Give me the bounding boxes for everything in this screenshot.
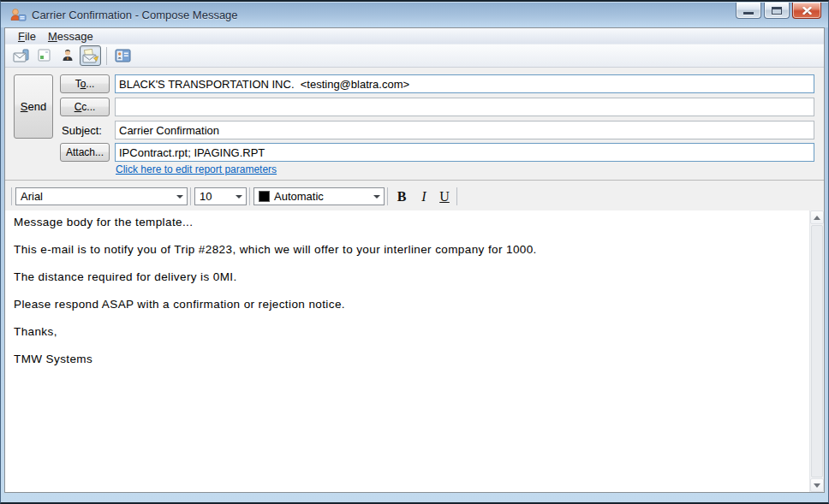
to-field[interactable]: [115, 74, 814, 93]
format-toolbar: Arial 10 Automatic B I U: [5, 180, 824, 210]
format-separator: [249, 187, 250, 205]
minimize-icon: [743, 12, 754, 15]
send-button[interactable]: Send: [14, 74, 53, 139]
compose-window: Carrier Confirmation - Compose Message F…: [0, 0, 829, 504]
title-bar: Carrier Confirmation - Compose Message: [1, 2, 828, 27]
format-separator: [387, 187, 388, 205]
maximize-button[interactable]: [764, 3, 790, 19]
chevron-down-icon: [369, 188, 384, 205]
menu-bar: File Message: [5, 28, 824, 44]
underline-button[interactable]: U: [434, 187, 455, 206]
mail-icon[interactable]: [10, 45, 32, 66]
body-line: Thanks,: [14, 325, 804, 339]
scroll-down-button[interactable]: [810, 478, 824, 492]
font-size-select[interactable]: 10: [194, 187, 247, 205]
italic-button[interactable]: I: [414, 187, 434, 206]
attach-button[interactable]: Attach...: [60, 143, 110, 162]
vertical-scrollbar[interactable]: [809, 210, 824, 492]
close-button[interactable]: [792, 3, 821, 19]
close-icon: [802, 7, 812, 15]
stationery-icon[interactable]: [33, 45, 55, 66]
contact-icon[interactable]: [57, 45, 78, 66]
font-family-select[interactable]: Arial: [15, 187, 188, 205]
window-controls: [736, 3, 821, 19]
chevron-down-icon: [231, 188, 246, 205]
format-separator: [11, 187, 12, 205]
contact-card-icon: [9, 8, 27, 22]
body-line: TMW Systems: [14, 353, 804, 366]
compose-message-icon[interactable]: [80, 45, 101, 66]
maximize-icon: [772, 7, 782, 15]
scrollbar-thumb[interactable]: [811, 225, 823, 477]
scroll-up-icon: [814, 216, 820, 220]
bold-button[interactable]: B: [391, 187, 412, 206]
icon-toolbar: [5, 44, 824, 68]
scroll-down-icon: [814, 483, 820, 488]
address-book-icon[interactable]: [112, 45, 134, 66]
toolbar-separator: [106, 47, 107, 65]
to-button[interactable]: To...: [60, 74, 110, 93]
window-title: Carrier Confirmation - Compose Message: [32, 9, 736, 21]
attach-field[interactable]: [115, 143, 814, 162]
menu-message[interactable]: Message: [42, 29, 99, 44]
color-swatch: [259, 191, 270, 202]
chevron-down-icon: [172, 188, 187, 205]
font-color-select[interactable]: Automatic: [253, 187, 385, 205]
format-separator: [190, 187, 191, 205]
minimize-button[interactable]: [736, 3, 761, 19]
body-line: Message body for the template...: [14, 216, 804, 229]
menu-file[interactable]: File: [12, 29, 42, 44]
body-line: This e-mail is to notify you of Trip #28…: [14, 243, 804, 257]
edit-report-parameters-link[interactable]: Click here to edit report parameters: [116, 163, 277, 175]
compose-header: Send To... Cc... Subject: Attach... Clic…: [5, 68, 824, 180]
scroll-up-button[interactable]: [810, 210, 824, 224]
subject-field[interactable]: [115, 121, 814, 139]
message-body-area: Message body for the template... This e-…: [5, 210, 824, 492]
body-line: Please respond ASAP with a confirmation …: [14, 298, 804, 311]
client-area: File Message: [4, 27, 825, 493]
cc-field[interactable]: [115, 98, 814, 116]
subject-label: Subject:: [62, 124, 102, 137]
message-body-editor[interactable]: Message body for the template... This e-…: [5, 210, 809, 492]
cc-button[interactable]: Cc...: [60, 98, 110, 116]
body-line: The distance required for delivery is 0M…: [14, 270, 804, 284]
format-separator: [456, 187, 457, 205]
